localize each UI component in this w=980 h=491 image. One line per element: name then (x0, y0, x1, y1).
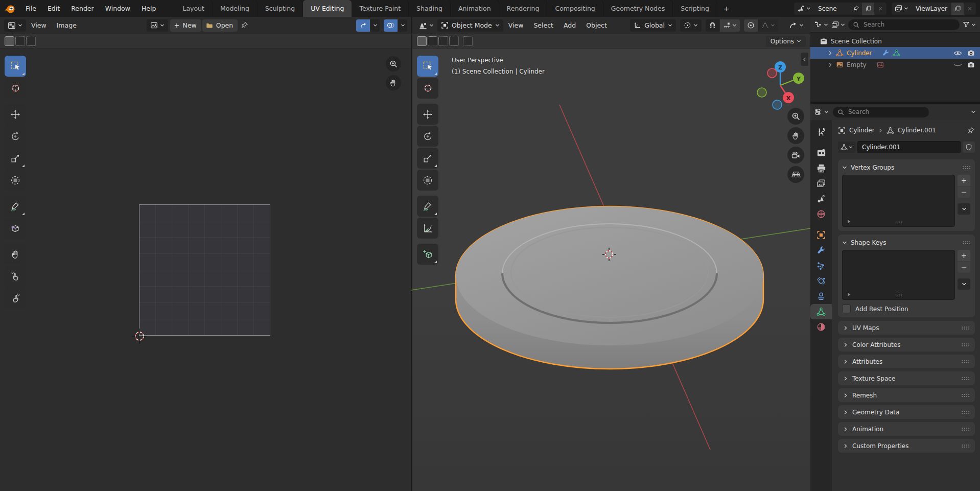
workspace-tab-texture-paint[interactable]: Texture Paint (352, 0, 409, 17)
tab-tool[interactable] (810, 124, 832, 139)
vp-menu-add[interactable]: Add (558, 21, 581, 29)
open-image-button[interactable]: Open (202, 19, 238, 32)
select-mode-invert-button[interactable] (449, 36, 459, 46)
uv-canvas-grid[interactable] (139, 204, 270, 336)
menu-file[interactable]: File (20, 1, 42, 17)
tab-constraints[interactable] (810, 289, 832, 304)
gizmo-z-negative[interactable] (773, 100, 782, 109)
navigation-gizmo[interactable]: Z Y X (755, 60, 806, 111)
workspace-tab-scripting[interactable]: Scripting (673, 0, 717, 17)
modifier-wrench-icon[interactable] (882, 50, 890, 57)
panel-grip-icon[interactable] (961, 410, 970, 414)
outliner-row-empty[interactable]: Empty (810, 59, 980, 71)
tab-render[interactable] (810, 145, 832, 160)
options-dropdown-button[interactable]: Options (766, 36, 806, 47)
image-data-icon[interactable] (877, 61, 884, 68)
workspace-tab-sculpting[interactable]: Sculpting (258, 0, 303, 17)
breadcrumb-object[interactable]: Cylinder (849, 127, 875, 134)
menu-render[interactable]: Render (65, 1, 100, 17)
panel-grip-icon[interactable] (961, 393, 970, 398)
scale-tool[interactable] (417, 148, 438, 169)
visibility-dropdown-button[interactable] (785, 19, 807, 32)
tab-object-data[interactable] (810, 304, 832, 319)
panel-remesh[interactable]: Remesh (838, 388, 975, 402)
vp-menu-view[interactable]: View (503, 21, 529, 29)
panel-grip-icon[interactable] (961, 326, 970, 330)
tab-material[interactable] (810, 319, 832, 335)
proportional-editing-button[interactable] (744, 19, 758, 32)
uv-editor-type-button[interactable] (4, 19, 26, 32)
delete-scene-button[interactable] (874, 3, 886, 15)
viewport-scene[interactable] (412, 48, 810, 491)
workspace-tab-uv-editing[interactable]: UV Editing (303, 0, 352, 17)
uv-zoom-button[interactable] (386, 56, 401, 72)
view-layer-name[interactable]: ViewLayer (912, 5, 951, 12)
scene-browse-button[interactable] (794, 3, 814, 15)
select-mode-subtract-button[interactable] (438, 36, 448, 46)
outliner-search-input[interactable] (862, 20, 955, 29)
uv-pan-button[interactable] (386, 75, 401, 90)
select-mode-new-button[interactable] (417, 36, 427, 46)
measure-tool[interactable] (417, 218, 438, 239)
vp-ortho-toggle-button[interactable] (787, 166, 804, 183)
rotate-tool[interactable] (417, 126, 438, 147)
new-view-layer-button[interactable] (951, 3, 964, 15)
rip-region-tool[interactable] (5, 218, 26, 239)
list-resize-grip-icon[interactable] (895, 220, 902, 224)
move-tool[interactable] (5, 104, 26, 125)
overlays-dropdown-button[interactable] (398, 19, 407, 32)
outliner-row-cylinder[interactable]: Cylinder (810, 47, 980, 59)
gizmo-y-negative[interactable] (757, 88, 766, 97)
viewport-editor-type-button[interactable] (415, 19, 437, 32)
panel-grip-icon[interactable] (961, 377, 970, 381)
panel-grip-icon[interactable] (961, 444, 970, 448)
select-mode-new-button[interactable] (5, 36, 14, 46)
render-visibility-icon[interactable] (967, 61, 975, 68)
pin-scene-button[interactable] (850, 3, 862, 15)
select-mode-intersect-button[interactable] (463, 36, 473, 46)
scale-tool[interactable] (5, 148, 26, 169)
hide-eye-icon[interactable] (953, 50, 962, 56)
gizmos-toggle-button[interactable] (356, 19, 370, 32)
workspace-tab-layout[interactable]: Layout (175, 0, 213, 17)
panel-attributes[interactable]: Attributes (838, 355, 975, 368)
panel-grip-icon[interactable] (961, 427, 970, 431)
move-tool[interactable] (417, 104, 438, 125)
tab-scene[interactable] (810, 191, 832, 206)
outliner-scope-button[interactable] (831, 21, 845, 29)
outliner-search[interactable] (848, 19, 960, 30)
outliner-filter-button[interactable] (963, 21, 976, 28)
pin-id-icon[interactable] (967, 127, 975, 134)
gesture-tool-1[interactable] (5, 266, 26, 287)
hide-eye-closed-icon[interactable] (953, 62, 962, 68)
workspace-tab-animation[interactable]: Animation (451, 0, 499, 17)
menu-edit[interactable]: Edit (42, 1, 65, 17)
view-layer-browse-button[interactable] (892, 3, 912, 15)
panel-grip-icon[interactable] (961, 360, 970, 364)
cylinder-object[interactable] (456, 206, 763, 369)
vertex-groups-list[interactable] (842, 175, 955, 227)
delete-view-layer-button[interactable] (964, 3, 976, 15)
pan-hand-tool[interactable] (5, 244, 26, 265)
vp-pan-button[interactable] (787, 127, 804, 144)
select-mode-extend-button[interactable] (15, 36, 25, 46)
properties-editor-type-button[interactable] (814, 108, 829, 116)
workspace-tab-compositing[interactable]: Compositing (547, 0, 603, 17)
annotate-tool[interactable] (417, 196, 438, 217)
tab-output[interactable] (810, 160, 832, 176)
snap-target-button[interactable] (720, 19, 740, 32)
remove-vertex-group-button[interactable] (958, 186, 970, 198)
workspace-tab-modeling[interactable]: Modeling (213, 0, 258, 17)
gizmos-dropdown-button[interactable] (370, 19, 380, 32)
list-expand-icon[interactable] (847, 219, 851, 224)
panel-color-attributes[interactable]: Color Attributes (838, 338, 975, 352)
tab-modifiers[interactable] (810, 243, 832, 258)
tab-particles[interactable] (810, 258, 832, 273)
shape-keys-list[interactable] (842, 250, 955, 300)
panel-uv-maps[interactable]: UV Maps (838, 321, 975, 335)
gesture-tool-2[interactable] (5, 288, 26, 309)
outliner-display-mode-button[interactable] (814, 21, 828, 29)
panel-grip-icon[interactable] (961, 343, 970, 347)
breadcrumb-data[interactable]: Cylinder.001 (898, 127, 936, 134)
blender-logo-icon[interactable] (5, 3, 16, 14)
